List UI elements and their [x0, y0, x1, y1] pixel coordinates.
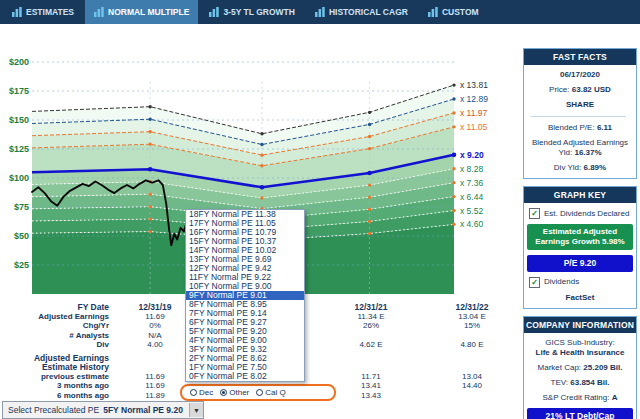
est-dividends-checkbox[interactable]: ✓ — [529, 208, 540, 219]
price-label: Price: — [549, 85, 569, 94]
svg-text:x 4.60: x 4.60 — [460, 219, 483, 229]
svg-text:x 7.36: x 7.36 — [460, 178, 483, 188]
company-info-header: COMPANY INFORMATION — [524, 317, 636, 333]
table-cell — [114, 354, 196, 372]
tab-label: ESTIMATES — [26, 7, 74, 17]
credit-rating-row: S&P Credit Rating: A — [527, 393, 633, 403]
svg-text:x 11.97: x 11.97 — [460, 108, 488, 118]
table-cell: 12/31/19 — [114, 303, 196, 312]
svg-text:$175: $175 — [9, 86, 29, 96]
table-cell: 26% — [318, 322, 424, 331]
divider — [531, 116, 626, 117]
earnings-yld-row: Blended Adjusted Earnings Yld: 16.37% — [527, 138, 633, 158]
svg-text:x 9.20: x 9.20 — [460, 150, 484, 160]
tab[interactable]: 3-5Y TL GROWTH — [200, 0, 303, 24]
table-cell: 15% — [424, 322, 520, 331]
table-cell: 4.00 — [114, 341, 196, 350]
svg-text:x 6.44: x 6.44 — [460, 192, 483, 202]
blended-pe-row: Blended P/E: 6.11 — [527, 123, 633, 133]
table-cell — [424, 392, 520, 401]
table-cell: 4.80 E — [424, 341, 520, 350]
share-label: SHARE — [527, 100, 633, 110]
row-label: Chg/Yr — [2, 322, 114, 331]
svg-text:$200: $200 — [9, 57, 29, 67]
div-yld-row: Div Yld: 6.89% — [527, 163, 633, 173]
tab[interactable]: HISTORICAL CAGR — [306, 0, 417, 24]
tev-value: 63.854 Bil. — [570, 378, 609, 387]
radio-icon — [220, 389, 227, 396]
pe-key: P/E 9.20 — [527, 255, 633, 272]
fiscal-period-option[interactable]: Other — [220, 388, 249, 397]
precalculated-pe-select[interactable]: Select Precalculated PE 5FY Normal PE 9.… — [2, 401, 204, 419]
bar-chart-icon — [94, 7, 104, 17]
div-yld-value: 6.89% — [583, 163, 606, 172]
fiscal-period-label: Dec — [199, 388, 213, 397]
row-label: Adjusted Earnings — [2, 313, 114, 322]
fast-facts-panel: FAST FACTS 06/17/2020 Price: 63.82 USD S… — [523, 48, 637, 179]
tab-label: 3-5Y TL GROWTH — [223, 7, 294, 17]
table-cell — [318, 354, 424, 372]
row-label: FY Date — [2, 303, 114, 312]
pe-select-label: Select Precalculated PE — [8, 405, 99, 415]
radio-icon — [256, 389, 263, 396]
factset-attribution: FactSet — [527, 293, 633, 303]
row-label: 6 months ago — [2, 392, 114, 401]
fiscal-period-option[interactable]: Cal Q — [256, 388, 285, 397]
tab-label: HISTORICAL CAGR — [329, 7, 408, 17]
price-row: Price: 63.82 USD — [527, 85, 633, 95]
fastgraphs-app: ESTIMATES NORMAL MULTIPLE 3-5Y TL GROWTH — [0, 0, 640, 419]
earnings-yld-value: 16.37% — [574, 148, 601, 157]
market-cap-label: Market Cap: — [538, 363, 582, 372]
table-cell: 11.69 — [114, 373, 196, 382]
fast-facts-header: FAST FACTS — [524, 49, 636, 65]
fiscal-period-option[interactable]: Dec — [190, 388, 213, 397]
tab[interactable]: NORMAL MULTIPLE — [85, 0, 198, 24]
bar-chart-icon — [428, 7, 438, 17]
table-cell: 13.04 E — [424, 313, 520, 322]
table-cell: 4.62 E — [318, 341, 424, 350]
tab-label: CUSTOM — [442, 7, 479, 17]
fiscal-period-label: Other — [229, 388, 249, 397]
svg-text:$150: $150 — [9, 115, 29, 125]
tab[interactable]: CUSTOM — [419, 0, 488, 24]
table-cell — [424, 332, 520, 341]
credit-rating-label: S&P Credit Rating: — [542, 393, 609, 402]
row-label: previous estimate — [2, 373, 114, 382]
row-label: Div — [2, 341, 114, 350]
svg-text:x 12.89: x 12.89 — [460, 94, 488, 104]
svg-text:x 5.52: x 5.52 — [460, 206, 483, 216]
dividends-checkbox[interactable]: ✓ — [529, 277, 540, 288]
tab[interactable]: ESTIMATES — [3, 0, 83, 24]
pe-option[interactable]: 0FY Normal PE 8.02 — [186, 372, 304, 381]
tab-bar: ESTIMATES NORMAL MULTIPLE 3-5Y TL GROWTH — [0, 0, 640, 24]
chevron-down-icon: ▼ — [189, 403, 203, 417]
credit-rating-value: A — [612, 393, 618, 402]
bar-chart-icon — [315, 7, 325, 17]
svg-text:x 11.05: x 11.05 — [460, 122, 488, 132]
row-label: Adjusted Earnings Estimate History — [2, 354, 114, 372]
table-cell: N/A — [114, 332, 196, 341]
est-dividends-label: Est. Dividends Declared — [544, 209, 629, 219]
tev-row: TEV: 63.854 Bil. — [527, 378, 633, 388]
earnings-growth-key: Estimated Adjusted Earnings Growth 5.98% — [527, 224, 633, 250]
svg-text:x 13.81: x 13.81 — [460, 80, 488, 90]
svg-text:$100: $100 — [9, 173, 29, 183]
gics-value: Life & Health Insurance — [536, 348, 625, 357]
company-info-panel: COMPANY INFORMATION GICS Sub-Industry: L… — [523, 316, 637, 419]
table-cell: 11.34 E — [318, 313, 424, 322]
dividends-label: Dividends — [544, 277, 579, 287]
table-cell: 13.04 — [424, 373, 520, 382]
radio-icon — [190, 389, 197, 396]
graph-key-panel: GRAPH KEY ✓ Est. Dividends Declared Esti… — [523, 186, 637, 309]
tev-label: TEV: — [551, 378, 568, 387]
fiscal-period-label: Cal Q — [265, 388, 285, 397]
blended-pe-label: Blended P/E: — [548, 123, 595, 132]
pe-select-value: 5FY Normal PE 9.20 — [103, 405, 183, 415]
table-cell: 11.71 — [318, 373, 424, 382]
bar-chart-icon — [209, 7, 219, 17]
blended-pe-value: 6.11 — [597, 123, 612, 132]
div-yld-label: Div Yld: — [554, 163, 581, 172]
table-cell: 12/31/22 — [424, 303, 520, 312]
row-label: 3 months ago — [2, 382, 114, 391]
sidebar: FAST FACTS 06/17/2020 Price: 63.82 USD S… — [523, 48, 637, 419]
